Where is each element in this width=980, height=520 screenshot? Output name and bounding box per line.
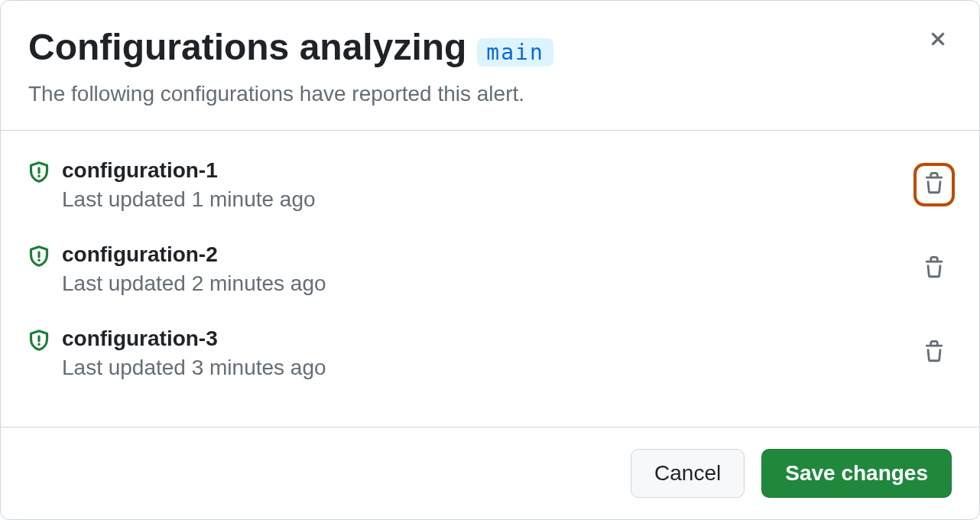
close-icon (927, 28, 949, 52)
trash-icon (923, 172, 946, 197)
trash-icon (923, 256, 946, 281)
close-button[interactable] (924, 25, 952, 55)
trash-icon (923, 340, 946, 366)
svg-point-3 (37, 258, 41, 262)
config-updated: Last updated 1 minute ago (62, 187, 904, 212)
svg-point-1 (37, 174, 41, 177)
dialog-subtitle: The following configurations have report… (28, 79, 952, 109)
shield-alert-icon (28, 161, 50, 183)
config-updated: Last updated 2 minutes ago (62, 271, 904, 296)
shield-alert-icon (28, 330, 50, 351)
title-row: Configurations analyzing main (28, 25, 952, 70)
dialog-footer: Cancel Save changes (1, 427, 979, 519)
dialog-body: configuration-1Last updated 1 minute ago… (1, 131, 979, 427)
svg-point-5 (37, 343, 41, 346)
dialog-title: Configurations analyzing (28, 25, 466, 70)
config-name: configuration-3 (62, 327, 904, 351)
delete-config-button[interactable] (917, 250, 952, 288)
delete-config-button[interactable] (917, 166, 952, 203)
save-button[interactable]: Save changes (761, 449, 952, 498)
config-content: configuration-2Last updated 2 minutes ag… (62, 242, 904, 296)
config-row: configuration-1Last updated 1 minute ago (28, 146, 952, 224)
dialog-header: Configurations analyzing main The follow… (1, 1, 979, 131)
configurations-dialog: Configurations analyzing main The follow… (0, 0, 980, 520)
config-row: configuration-3Last updated 3 minutes ag… (28, 314, 952, 392)
delete-config-button[interactable] (917, 334, 952, 372)
config-updated: Last updated 3 minutes ago (62, 356, 904, 380)
config-row: configuration-2Last updated 2 minutes ag… (28, 230, 952, 308)
config-content: configuration-1Last updated 1 minute ago (62, 158, 904, 212)
branch-badge: main (477, 38, 553, 67)
config-name: configuration-2 (62, 242, 904, 267)
config-name: configuration-1 (62, 158, 904, 183)
cancel-button[interactable]: Cancel (631, 449, 745, 498)
config-content: configuration-3Last updated 3 minutes ag… (62, 327, 904, 380)
shield-alert-icon (28, 245, 50, 267)
